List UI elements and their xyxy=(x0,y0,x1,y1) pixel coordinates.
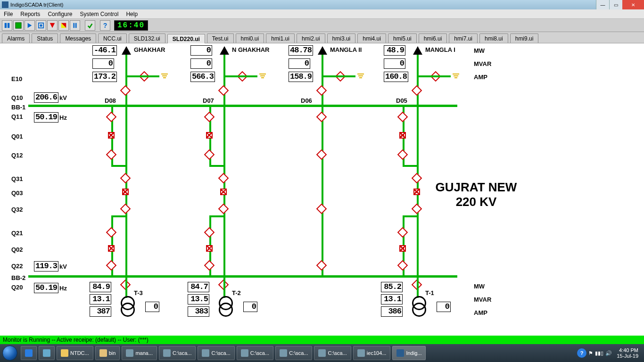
transformer-icon[interactable] xyxy=(121,296,132,315)
feeder-label-mangla1: MANGLA I xyxy=(425,46,455,53)
tab-hmi0[interactable]: hmi0.ui xyxy=(236,33,264,43)
d07-mw: 0 xyxy=(190,45,212,56)
taskbar-item-4[interactable]: C:\sca... xyxy=(198,346,234,360)
d08-mvar: 0 xyxy=(92,58,114,69)
switch-q32-feeder0[interactable] xyxy=(120,204,131,214)
switch-q01-feeder1[interactable] xyxy=(206,132,213,139)
taskbar-pinned-ie[interactable] xyxy=(21,346,37,360)
switch-q11-feeder2[interactable] xyxy=(316,112,327,123)
taskbar-item-1[interactable]: bin xyxy=(95,346,120,360)
switch-q01-feeder0[interactable] xyxy=(108,132,115,139)
toolbar-btn-1[interactable] xyxy=(2,20,12,31)
tab-sld132[interactable]: SLD132.ui xyxy=(129,33,165,43)
diagram-title-line1: GUJRAT NEW xyxy=(429,180,523,195)
feeder-join-low xyxy=(111,215,127,217)
taskbar-item-6[interactable]: C:\sca... xyxy=(275,346,312,360)
switch-q03-feeder1[interactable] xyxy=(220,189,227,195)
window-maximize-button[interactable]: ▭ xyxy=(609,0,622,9)
tab-hmi2[interactable]: hmi2.ui xyxy=(297,33,325,43)
switch-q22-feeder1[interactable] xyxy=(204,260,215,271)
switch-q02-feeder3[interactable] xyxy=(399,245,406,252)
taskbar-item-5[interactable]: C:\sca... xyxy=(237,346,273,360)
taskbar-item-8[interactable]: iec104... xyxy=(353,346,391,360)
switch-q31-feeder3[interactable] xyxy=(412,173,422,184)
menu-reports[interactable]: Reports xyxy=(17,11,44,17)
switch-q10-feeder2[interactable] xyxy=(316,85,327,96)
tray-volume-icon[interactable]: 🔊 xyxy=(605,350,612,356)
tab-hmi7[interactable]: hmi7.ui xyxy=(449,33,478,43)
toolbar-btn-5[interactable] xyxy=(47,20,58,31)
switch-q01-feeder3[interactable] xyxy=(399,132,406,139)
switch-q31-feeder0[interactable] xyxy=(120,173,131,184)
d05-amp: 160.8 xyxy=(384,72,408,82)
menu-help[interactable]: Help xyxy=(122,11,141,17)
toolbar-btn-3[interactable] xyxy=(25,20,35,31)
tab-messages[interactable]: Messages xyxy=(60,33,96,43)
tab-alarms[interactable]: Alarms xyxy=(2,33,30,43)
toolbar-btn-6[interactable] xyxy=(58,20,69,31)
switch-q32-feeder2[interactable] xyxy=(316,204,327,214)
tray-help-icon[interactable]: ? xyxy=(577,348,586,358)
switch-q21-feeder3[interactable] xyxy=(397,227,408,238)
tab-hmi6[interactable]: hmi6.ui xyxy=(419,33,447,43)
tray-flag-icon[interactable]: ⚑ xyxy=(588,350,593,356)
tab-hmi8[interactable]: hmi8.ui xyxy=(479,33,508,43)
taskbar-item-3[interactable]: C:\sca... xyxy=(159,346,196,360)
tab-hmi3[interactable]: hmi3.ui xyxy=(327,33,356,43)
transformer-icon[interactable] xyxy=(412,296,423,315)
switch-q02-feeder1[interactable] xyxy=(206,245,213,252)
menu-file[interactable]: File xyxy=(0,11,17,17)
switch-q10-feeder0[interactable] xyxy=(120,85,131,96)
tab-hmi5[interactable]: hmi5.ui xyxy=(388,33,417,43)
tab-hmi4[interactable]: hmi4.ui xyxy=(357,33,386,43)
switch-q22-feeder0[interactable] xyxy=(106,260,117,271)
switch-q12-feeder0[interactable] xyxy=(106,149,117,160)
start-button[interactable] xyxy=(0,344,20,362)
tray-clock[interactable]: 4:40 PM 15-Jul-19 xyxy=(614,347,641,359)
transformer-icon[interactable] xyxy=(219,296,230,315)
feeder-label-n-ghakhar: N GHAKHAR xyxy=(232,46,269,53)
switch-q32-feeder3[interactable] xyxy=(412,204,422,214)
switch-q22-feeder2[interactable] xyxy=(316,260,327,271)
switch-q10-feeder1[interactable] xyxy=(218,85,229,96)
menu-system-control[interactable]: System Control xyxy=(76,11,122,17)
tab-hmi1[interactable]: hmi1.ui xyxy=(266,33,295,43)
switch-q22-feeder3[interactable] xyxy=(397,260,408,271)
arrow-ghakhar-icon xyxy=(122,46,131,55)
switch-q21-feeder0[interactable] xyxy=(106,227,117,238)
tab-sld220[interactable]: SLD220.ui xyxy=(167,34,205,43)
d06-mvar: 0 xyxy=(289,58,310,69)
switch-q12-feeder1[interactable] xyxy=(204,149,215,160)
switch-q21-feeder1[interactable] xyxy=(204,227,215,238)
row-label-bb1: BB-1 xyxy=(11,104,25,111)
window-close-button[interactable]: ✕ xyxy=(622,0,644,9)
toolbar-btn-2[interactable] xyxy=(13,20,24,31)
switch-q32-feeder1[interactable] xyxy=(218,204,229,214)
switch-q12-feeder2[interactable] xyxy=(316,149,327,160)
switch-q11-feeder0[interactable] xyxy=(106,112,117,123)
tab-test[interactable]: Test.ui xyxy=(207,33,234,43)
tab-status[interactable]: Status xyxy=(32,33,58,43)
tray-network-icon[interactable]: ▮▮▯ xyxy=(595,350,603,356)
switch-q11-feeder1[interactable] xyxy=(204,112,215,123)
switch-q11-feeder3[interactable] xyxy=(397,112,408,123)
tab-hmi9[interactable]: hmi9.ui xyxy=(510,33,539,43)
switch-q31-feeder1[interactable] xyxy=(218,173,229,184)
taskbar-item-0[interactable]: NTDC... xyxy=(57,346,93,360)
toolbar-btn-7[interactable] xyxy=(70,20,80,31)
toolbar-btn-ack[interactable] xyxy=(85,20,95,31)
switch-q03-feeder0[interactable] xyxy=(122,189,129,195)
menu-configure[interactable]: Configure xyxy=(44,11,76,17)
switch-q03-feeder3[interactable] xyxy=(413,189,420,195)
taskbar-pinned-calc[interactable] xyxy=(39,346,55,360)
taskbar-item-2[interactable]: mana... xyxy=(122,346,157,360)
taskbar-item-7[interactable]: C:\sca... xyxy=(314,346,351,360)
toolbar-btn-help[interactable]: ? xyxy=(100,20,110,31)
tab-ncc[interactable]: NCC.ui xyxy=(98,33,127,43)
window-minimize-button[interactable]: — xyxy=(596,0,609,9)
toolbar-btn-4[interactable] xyxy=(36,20,46,31)
switch-q12-feeder3[interactable] xyxy=(397,149,408,160)
taskbar-item-9[interactable]: Indig... xyxy=(392,346,426,360)
switch-q10-feeder3[interactable] xyxy=(412,85,422,96)
switch-q02-feeder0[interactable] xyxy=(108,245,115,252)
